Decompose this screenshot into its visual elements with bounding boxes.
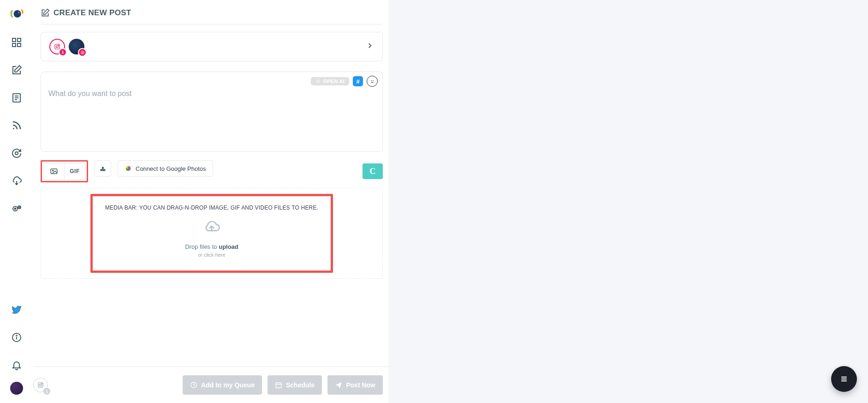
sidebar: [0, 0, 33, 403]
svg-rect-23: [81, 51, 84, 54]
svg-rect-4: [12, 43, 16, 47]
help-fab[interactable]: [831, 366, 857, 392]
footer-instagram-indicator[interactable]: 1: [33, 378, 48, 392]
svg-rect-37: [276, 383, 281, 388]
image-icon: [50, 167, 58, 175]
openai-icon: [315, 78, 321, 84]
smile-icon: [369, 78, 375, 84]
emoji-button[interactable]: [367, 76, 378, 87]
page-title: CREATE NEW POST: [41, 8, 383, 24]
image-button[interactable]: [44, 163, 64, 179]
instagram-outline-icon: [37, 382, 44, 388]
selected-profiles: 1: [49, 39, 84, 54]
footer-count-badge: 1: [43, 388, 50, 395]
nav-notifications[interactable]: [6, 354, 28, 376]
profile-count-badge: 1: [59, 48, 67, 56]
add-to-queue-button[interactable]: Add to my Queue: [183, 375, 262, 395]
main-panel: CREATE NEW POST 1: [33, 0, 388, 403]
svg-point-19: [16, 335, 17, 336]
page-title-text: CREATE NEW POST: [54, 8, 131, 18]
openai-button[interactable]: OPEN AI: [311, 77, 349, 85]
svg-point-35: [42, 383, 42, 384]
svg-point-0: [14, 10, 21, 18]
canva-icon: C: [370, 167, 376, 176]
dropzone-line-2: or click here: [198, 252, 225, 258]
profile-1[interactable]: 1: [49, 39, 65, 54]
compose-icon: [41, 8, 50, 18]
svg-point-1: [18, 12, 19, 13]
svg-point-34: [40, 384, 42, 386]
calendar-icon: [275, 381, 282, 389]
profile-selector-card[interactable]: 1: [41, 32, 383, 61]
svg-rect-31: [102, 167, 104, 169]
dropzone[interactable]: MEDIA BAR: YOU CAN DRAG-N-DROP IMAGE, GI…: [41, 188, 383, 279]
svg-point-21: [56, 46, 59, 48]
upload-file-button[interactable]: [95, 160, 111, 177]
nav-compose[interactable]: [6, 59, 28, 81]
svg-point-14: [15, 208, 16, 210]
nav-posts[interactable]: [6, 87, 28, 109]
menu-icon: [839, 374, 849, 384]
hashtag-button[interactable]: #: [353, 76, 363, 86]
svg-point-24: [82, 52, 83, 53]
svg-point-10: [13, 128, 14, 129]
google-photos-button[interactable]: Connect to Google Photos: [118, 160, 213, 177]
compose-toolbar: OPEN AI #: [311, 76, 378, 87]
user-avatar[interactable]: [10, 382, 23, 395]
compose-box: OPEN AI #: [41, 72, 383, 152]
svg-rect-28: [51, 169, 57, 174]
dropzone-title: MEDIA BAR: YOU CAN DRAG-N-DROP IMAGE, GI…: [105, 205, 318, 211]
svg-point-25: [317, 80, 320, 83]
google-photos-icon: [125, 165, 132, 172]
nav-recycle[interactable]: [6, 142, 28, 164]
highlight-dropzone: MEDIA BAR: YOU CAN DRAG-N-DROP IMAGE, GI…: [90, 194, 333, 273]
post-now-button[interactable]: Post Now: [327, 375, 383, 395]
chevron-right-icon: [366, 42, 374, 52]
svg-point-26: [371, 81, 372, 81]
svg-rect-30: [101, 169, 106, 171]
canva-button[interactable]: C: [363, 163, 383, 179]
nav-info[interactable]: [6, 326, 28, 349]
schedule-button[interactable]: Schedule: [268, 375, 322, 395]
send-icon: [335, 381, 342, 389]
profile-2[interactable]: [69, 39, 84, 54]
svg-rect-3: [18, 38, 21, 42]
svg-rect-2: [12, 38, 16, 42]
preview-panel: [388, 0, 868, 403]
svg-point-22: [59, 45, 59, 45]
svg-rect-5: [18, 43, 21, 47]
svg-point-16: [19, 207, 20, 208]
svg-point-11: [15, 152, 18, 155]
instagram-badge-icon: [78, 48, 87, 57]
nav-rss[interactable]: [6, 114, 28, 137]
nav-dashboard[interactable]: [6, 31, 28, 54]
app-logo: [9, 6, 24, 21]
svg-point-27: [373, 81, 373, 81]
dropzone-line-1: Drop files to upload: [185, 243, 238, 250]
footer-bar: 1 Add to my Queue Schedule Post Now: [33, 367, 388, 403]
media-toolbar: GIF Connect to Google Photos: [41, 160, 383, 182]
highlight-media-buttons: GIF: [41, 160, 88, 182]
cloud-upload-icon: [199, 218, 225, 239]
nav-twitter[interactable]: [6, 299, 28, 321]
queue-icon: [190, 381, 197, 389]
upload-icon: [99, 165, 107, 172]
nav-settings[interactable]: [6, 198, 28, 220]
nav-cloud[interactable]: [6, 170, 28, 192]
svg-point-29: [53, 170, 54, 171]
gif-button[interactable]: GIF: [64, 163, 85, 179]
